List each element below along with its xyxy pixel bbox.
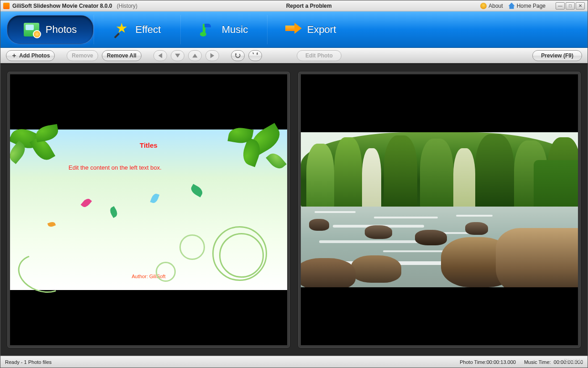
- close-button[interactable]: ✕: [576, 2, 585, 10]
- application-window: { "title": { "app": "GiliSoft Slideshow …: [0, 0, 588, 368]
- rotate-cw-icon: [252, 52, 258, 59]
- report-problem-link[interactable]: Report a Problem: [137, 3, 480, 9]
- app-icon: [3, 3, 10, 9]
- effect-icon: [114, 23, 129, 36]
- main-tabs: Photos Effect Music Export: [0, 11, 588, 48]
- slide-editor-panel: Titles Edit the content on the left text…: [7, 71, 290, 348]
- tab-photos-label: Photos: [46, 24, 77, 36]
- home-page-link[interactable]: Home Page: [509, 3, 546, 9]
- move-up-button[interactable]: [171, 50, 184, 61]
- remove-all-label: Remove All: [107, 52, 136, 59]
- history-link[interactable]: (History): [117, 3, 137, 9]
- tab-export[interactable]: Export: [267, 15, 354, 44]
- move-last-button[interactable]: [205, 50, 219, 61]
- status-ready: Ready - 1 Photo files: [5, 359, 52, 365]
- edit-photo-label: Edit Photo: [305, 52, 333, 59]
- home-label: Home Page: [517, 3, 546, 9]
- rotate-cw-button[interactable]: [248, 50, 262, 61]
- status-photo-time: Photo Time:00:00:13.000: [460, 359, 516, 365]
- music-icon: [200, 23, 215, 36]
- remove-label: Remove: [72, 52, 93, 59]
- preview-label: Preview (F9): [541, 52, 573, 59]
- arrow-left-icon: [157, 52, 163, 59]
- preview-button[interactable]: Preview (F9): [532, 50, 582, 61]
- about-label: About: [488, 3, 503, 9]
- home-icon: [509, 3, 515, 9]
- tab-export-label: Export: [307, 24, 336, 36]
- status-bar: Ready - 1 Photo files Photo Time:00:00:1…: [0, 356, 588, 368]
- app-title: GiliSoft Slideshow Movie Creator 8.0.0: [12, 3, 112, 9]
- preview-panel: [298, 71, 581, 348]
- rotate-ccw-icon: [235, 52, 241, 59]
- add-photos-label: Add Photos: [19, 52, 50, 59]
- medal-icon: [480, 3, 487, 9]
- about-link[interactable]: About: [480, 3, 503, 9]
- tab-music-label: Music: [222, 24, 248, 36]
- slide-canvas[interactable]: Titles Edit the content on the left text…: [10, 74, 287, 345]
- remove-all-button[interactable]: Remove All: [102, 50, 142, 61]
- arrow-down-icon: [192, 52, 198, 59]
- move-first-button[interactable]: [153, 50, 167, 61]
- tab-music[interactable]: Music: [180, 15, 267, 44]
- workspace: Titles Edit the content on the left text…: [0, 63, 588, 356]
- slide-subtitle[interactable]: Edit the content on the left text box.: [68, 164, 162, 171]
- toolbar: ＋ Add Photos Remove Remove All Edit Phot…: [0, 48, 588, 63]
- photos-icon: [24, 23, 39, 36]
- edit-photo-button[interactable]: Edit Photo: [297, 50, 341, 61]
- tab-effect[interactable]: Effect: [94, 15, 180, 44]
- export-icon: [285, 23, 301, 36]
- title-bar: GiliSoft Slideshow Movie Creator 8.0.0 (…: [0, 0, 588, 11]
- arrow-up-icon: [174, 52, 181, 59]
- title-slide: Titles Edit the content on the left text…: [10, 130, 287, 290]
- plus-icon: ＋: [11, 52, 17, 60]
- tab-photos[interactable]: Photos: [7, 15, 94, 44]
- add-photos-button[interactable]: ＋ Add Photos: [6, 50, 55, 61]
- maximize-button[interactable]: □: [566, 2, 575, 10]
- minimize-button[interactable]: —: [556, 2, 565, 10]
- rotate-ccw-button[interactable]: [231, 50, 245, 61]
- remove-button[interactable]: Remove: [67, 50, 98, 61]
- preview-canvas[interactable]: [301, 74, 578, 345]
- preview-image: [301, 132, 578, 287]
- move-down-button[interactable]: [188, 50, 202, 61]
- tab-effect-label: Effect: [136, 24, 161, 36]
- arrow-right-icon: [209, 52, 215, 59]
- slide-title[interactable]: Titles: [140, 141, 158, 149]
